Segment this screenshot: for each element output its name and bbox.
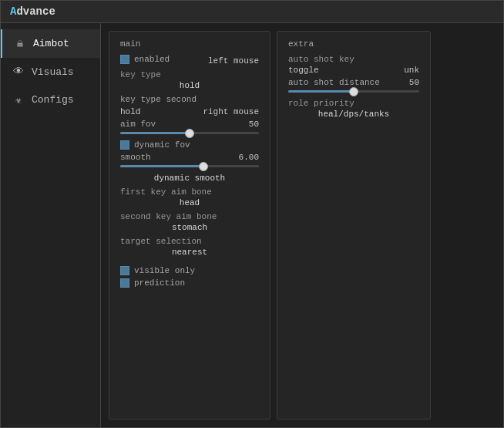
- smooth-track: [120, 165, 259, 167]
- auto-shot-distance-value: 50: [409, 78, 419, 87]
- key-type-second-label: key type second: [120, 95, 197, 104]
- second-key-aim-bone-value: stomach: [120, 223, 259, 232]
- aim-fov-thumb[interactable]: [185, 129, 194, 138]
- sidebar-item-configs-label: Configs: [32, 94, 74, 106]
- role-priority-label: role priority: [288, 99, 419, 108]
- enabled-checkbox-row: enabled: [120, 55, 170, 64]
- app-container: Advance ☠ Aimbot 👁 Visuals ☣ Configs mai…: [0, 0, 504, 428]
- key-type-second-values: hold right mouse: [120, 107, 259, 116]
- auto-shot-distance-slider[interactable]: [288, 90, 419, 93]
- auto-shot-distance-thumb[interactable]: [349, 87, 358, 96]
- enabled-label: enabled: [134, 55, 170, 64]
- aim-fov-label: aim fov: [120, 120, 156, 129]
- sidebar-item-configs[interactable]: ☣ Configs: [1, 86, 100, 114]
- sidebar-item-visuals[interactable]: 👁 Visuals: [1, 58, 100, 86]
- key-type-second-row: key type second: [120, 95, 259, 104]
- key-type-value: hold: [120, 81, 259, 90]
- auto-shot-distance-track: [288, 90, 419, 93]
- smooth-value: 6.00: [239, 153, 259, 162]
- smooth-slider[interactable]: [120, 165, 259, 167]
- auto-shot-key-value: unk: [404, 66, 419, 75]
- title-rest: dvance: [16, 5, 55, 18]
- auto-shot-distance-label: auto shot distance: [288, 78, 380, 87]
- target-selection-value: nearest: [120, 248, 259, 257]
- auto-shot-key-toggle: toggle: [288, 66, 319, 75]
- aim-fov-slider[interactable]: [120, 132, 259, 134]
- first-key-aim-bone-label: first key aim bone: [120, 187, 259, 197]
- auto-shot-key-row: toggle unk: [288, 66, 419, 75]
- target-selection-label: target selection: [120, 237, 259, 246]
- content-area: main enabled left mouse key type hold ke…: [101, 23, 503, 427]
- sidebar-item-aimbot[interactable]: ☠ Aimbot: [1, 29, 100, 58]
- sidebar: ☠ Aimbot 👁 Visuals ☣ Configs: [1, 23, 101, 427]
- smooth-label: smooth: [120, 153, 151, 162]
- visible-only-row: visible only: [120, 266, 259, 275]
- enabled-row: enabled left mouse: [120, 55, 259, 67]
- key-type-second-mouse: right mouse: [203, 107, 259, 116]
- extra-panel: extra auto shot key toggle unk auto shot…: [277, 31, 431, 420]
- auto-shot-distance-row: auto shot distance 50: [288, 78, 419, 87]
- smooth-fill: [120, 165, 203, 167]
- sidebar-item-aimbot-label: Aimbot: [33, 38, 69, 49]
- key-type-label: key type: [120, 70, 259, 79]
- title-bar: Advance: [1, 1, 503, 23]
- dynamic-fov-checkbox[interactable]: [120, 140, 129, 150]
- main-layout: ☠ Aimbot 👁 Visuals ☣ Configs main: [1, 23, 503, 427]
- title-a: A: [10, 5, 16, 18]
- sidebar-item-visuals-label: Visuals: [32, 66, 74, 78]
- main-panel: main enabled left mouse key type hold ke…: [109, 31, 270, 420]
- extra-panel-title: extra: [288, 39, 419, 49]
- second-key-aim-bone-label: second key aim bone: [120, 212, 259, 221]
- dynamic-smooth-label: dynamic smooth: [120, 174, 259, 183]
- visible-only-label: visible only: [134, 266, 195, 275]
- enabled-value: left mouse: [208, 56, 259, 66]
- auto-shot-key-label: auto shot key: [288, 55, 419, 64]
- smooth-thumb[interactable]: [199, 162, 208, 171]
- main-panel-title: main: [120, 39, 259, 49]
- skull-icon: ☠: [13, 37, 27, 50]
- key-type-second-hold: hold: [120, 107, 140, 116]
- visible-only-checkbox[interactable]: [120, 266, 129, 275]
- prediction-checkbox[interactable]: [120, 278, 129, 288]
- aim-fov-track: [120, 132, 259, 134]
- dynamic-fov-row: dynamic fov: [120, 140, 259, 150]
- enabled-checkbox[interactable]: [120, 55, 129, 64]
- prediction-row: prediction: [120, 278, 259, 288]
- biohazard-icon: ☣: [12, 93, 25, 106]
- first-key-aim-bone-value: head: [120, 198, 259, 207]
- aim-fov-row: aim fov 50: [120, 120, 259, 129]
- eye-icon: 👁: [12, 66, 25, 78]
- prediction-label: prediction: [134, 278, 185, 288]
- aim-fov-fill: [120, 132, 190, 134]
- role-priority-value: heal/dps/tanks: [288, 110, 419, 119]
- auto-shot-distance-fill: [288, 90, 354, 93]
- dynamic-fov-label: dynamic fov: [134, 140, 190, 150]
- smooth-row: smooth 6.00: [120, 153, 259, 162]
- aim-fov-value: 50: [249, 120, 259, 129]
